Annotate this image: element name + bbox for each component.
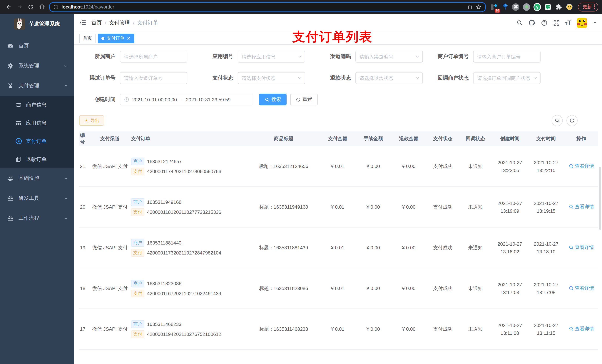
font-size-icon[interactable]: TT [565,20,571,26]
sidebar-menu: 首页系统管理支付管理商户信息应用信息¥支付订单退款订单基础设施研发工具工作流程 [0,34,74,228]
cell-fee: ¥ 0.00 [355,286,391,291]
cell-title: 标题：1635311468233 [247,326,320,332]
update-label: 更新 [583,4,592,10]
extension-record-icon[interactable] [523,3,530,10]
cell-refund: ¥ 0.00 [391,286,427,291]
clock-icon [124,97,129,102]
sidebar-item-商户信息[interactable]: 商户信息 [0,96,74,114]
filter-field-渠道订单号: 渠道订单号 [79,72,197,84]
filter-field-商户订单编号: 商户订单编号 [432,51,550,62]
table-row: 18微信 JSAPI 支付商户1635311823086支付4200001167… [79,268,598,309]
tag-dot [101,37,104,40]
breadcrumb: 首页/支付管理/支付订单 [91,20,158,26]
tag-支付订单[interactable]: 支付订单 [98,33,134,43]
select-input-应用编号[interactable] [238,51,305,62]
select-input-回调商户状态[interactable] [473,72,540,84]
svg-text:¥: ¥ [18,139,20,143]
view-detail-link[interactable]: 查看详情 [569,203,594,210]
tag-close-icon[interactable] [127,36,131,40]
date-range-input[interactable]: 2021-10-01 00:00:00 - 2021-10-31 23:59:5… [120,94,253,105]
grid-icon [15,120,22,126]
cell-notify: 未通知 [459,244,492,251]
view-detail-icon [569,204,574,209]
browser-extensions: 10 y 更新 [488,2,598,11]
back-icon[interactable] [4,2,13,12]
cell-action: 查看详情 [564,163,598,170]
pay-tag: 支付 [131,290,144,297]
home-icon[interactable] [37,2,47,12]
sidebar-item-退款订单[interactable]: 退款订单 [0,150,74,168]
sidebar-item-基础设施[interactable]: 基础设施 [0,168,74,188]
user-avatar[interactable] [577,18,587,28]
merchant-tag: 商户 [131,239,144,247]
extension-kite-icon[interactable] [501,3,509,10]
extension-y-icon[interactable]: y [534,3,541,10]
app-logo[interactable]: 芋道管理系统 [0,14,74,34]
search-button[interactable]: 搜索 [259,94,287,105]
show-search-icon[interactable] [552,115,563,126]
date-start: 2021-10-01 00:00:00 [132,97,177,102]
view-detail-link[interactable]: 查看详情 [569,285,594,291]
search-button-label: 搜索 [271,96,281,103]
sidebar-item-应用信息[interactable]: 应用信息 [0,114,74,132]
refresh-icon[interactable] [567,115,578,126]
text-input-商户订单编号[interactable] [473,51,540,62]
tag-首页[interactable]: 首页 [79,33,96,43]
extension-chat-icon[interactable] [544,3,552,10]
cell-status: 支付成功 [427,326,459,332]
browser-nav [4,2,47,12]
merchant-order-no: 1635311949168 [147,199,182,205]
bookmark-star-icon[interactable] [476,4,482,10]
view-detail-link[interactable]: 查看详情 [569,325,594,332]
sidebar-item-研发工具[interactable]: 研发工具 [0,188,74,208]
gear-icon [7,62,14,69]
sidebar-item-label: 基础设施 [19,175,64,182]
share-icon[interactable] [467,4,473,10]
github-icon[interactable] [528,19,535,26]
breadcrumb-item-支付管理[interactable]: 支付管理 [109,20,130,26]
forward-icon[interactable] [15,2,24,12]
sidebar-item-首页[interactable]: 首页 [0,36,74,56]
browser-menu-icon[interactable] [594,4,595,9]
browser-update-button[interactable]: 更新 [578,2,598,11]
extension-command-icon[interactable] [512,3,519,10]
paid-part: 2021-10-27 [529,199,563,207]
profile-emoji-icon[interactable] [566,3,573,10]
cell-id: 21 [79,164,90,169]
site-info-icon[interactable] [53,4,58,10]
address-bar[interactable]: localhost:1024/pay/order [49,2,486,12]
content: 所属商户应用编号渠道编码商户订单编号渠道订单号支付状态退款状态回调商户状态 创建… [74,45,602,364]
cell-order: 商户1635311949168支付42000011812021102777232… [129,196,247,218]
select-input-渠道编码[interactable] [355,51,423,62]
sidebar-toggle-icon[interactable] [79,19,86,26]
export-button[interactable]: 导出 [79,115,104,126]
sidebar-item-支付管理[interactable]: 支付管理 [0,76,74,96]
cell-title: 标题：1635311881439 [247,244,320,251]
fullscreen-icon[interactable] [553,20,559,26]
orders-table: 编号支付渠道支付订单商品标题支付金额手续金额退款金额支付状态回调状态创建时间支付… [79,131,598,364]
sidebar-item-工作流程[interactable]: 工作流程 [0,208,74,228]
text-input-所属商户[interactable] [120,51,187,62]
cell-refund: ¥ 0.00 [391,204,427,210]
scrollbar[interactable] [599,167,601,230]
avatar-caret-icon[interactable] [593,20,597,26]
sidebar-item-label: 工作流程 [19,215,64,222]
breadcrumb-item-首页[interactable]: 首页 [91,20,102,26]
help-icon[interactable] [541,20,547,26]
cell-refund: ¥ 0.00 [391,164,427,169]
select-input-支付状态[interactable] [238,72,305,84]
column-header-notify: 回调状态 [459,135,492,142]
extensions-puzzle-icon[interactable] [555,3,562,10]
reset-button[interactable]: 重置 [290,94,318,105]
channel-order-no: 4200001181202110277723215336 [147,209,221,215]
text-input-渠道订单号[interactable] [120,72,187,84]
header-search-icon[interactable] [516,20,523,26]
view-detail-link[interactable]: 查看详情 [569,163,594,169]
select-input-退款状态[interactable] [355,72,423,84]
sidebar-item-系统管理[interactable]: 系统管理 [0,56,74,76]
extension-pixel-icon[interactable]: 10 [491,3,498,10]
view-detail-link[interactable]: 查看详情 [569,244,594,251]
merchant-tag: 商户 [131,320,144,328]
reload-icon[interactable] [26,2,35,12]
sidebar-item-支付订单[interactable]: ¥支付订单 [0,132,74,150]
